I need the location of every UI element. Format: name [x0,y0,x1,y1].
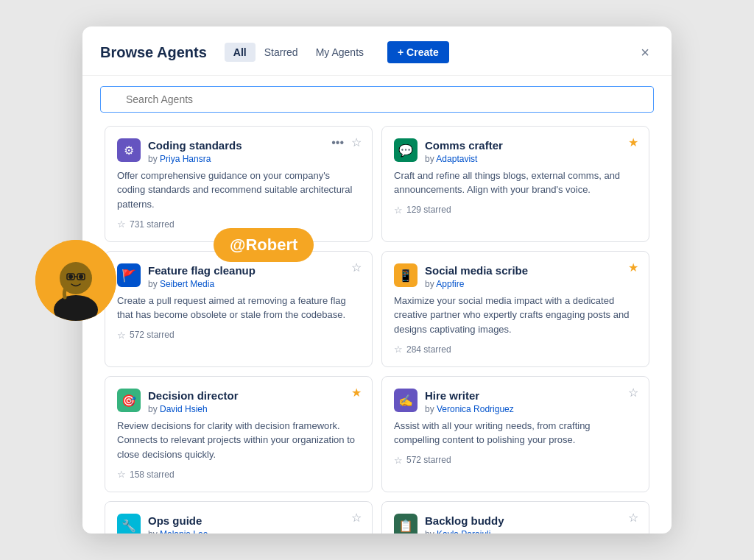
close-button[interactable]: × [636,43,654,61]
star-button-backlog-buddy[interactable]: ☆ [627,511,640,525]
agent-name: Backlog buddy [425,514,637,528]
agent-by: by Melanie Lee [148,529,360,534]
agent-icon-social-media-scribe: 📱 [394,263,417,287]
agent-card-decision-director[interactable]: 🎯 Decision director by David Hsieh ★ Rev… [105,376,373,492]
agent-card-header: 📋 Backlog buddy by Kayla Parajuli ☆ [394,514,637,534]
agent-author-link[interactable]: Adaptavist [436,154,477,164]
agent-info: Decision director by David Hsieh [148,389,360,414]
star-button-decision-director[interactable]: ★ [350,386,363,400]
agent-icon-backlog-buddy: 📋 [394,514,417,534]
agent-author-link[interactable]: Priya Hansra [160,154,211,164]
agents-grid: ⚙ Coding standards by Priya Hansra ••• ☆… [82,121,672,534]
star-count-label: 284 starred [406,344,451,355]
agent-author-link[interactable]: Melanie Lee [160,529,208,534]
agent-name: Ops guide [148,514,360,528]
agent-description: Craft and refine all things blogs, exter… [394,169,637,197]
star-button-ops-guide[interactable]: ☆ [350,511,363,525]
star-button-hire-writer[interactable]: ☆ [627,386,640,400]
star-count-label: 129 starred [406,205,451,215]
agent-name: Social media scribe [425,263,637,278]
agent-card-comms-crafter[interactable]: 💬 Comms crafter by Adaptavist ★ Craft an… [381,126,649,242]
agent-name: Decision director [148,389,360,403]
agent-card-backlog-buddy[interactable]: 📋 Backlog buddy by Kayla Parajuli ☆ Stre… [381,501,649,534]
star-button-coding-standards[interactable]: ☆ [350,135,363,150]
browse-agents-modal: Browse Agents All Starred My Agents + Cr… [82,26,672,534]
star-count-label: 572 starred [130,330,175,340]
star-count-label: 158 starred [130,469,175,480]
agent-actions: ☆ [350,511,363,525]
agent-by: by David Hsieh [148,404,360,414]
star-button-comms-crafter[interactable]: ★ [627,135,640,150]
agent-actions: ★ [350,386,363,400]
agent-info: Social media scribe by Appfire [425,263,637,289]
agent-star-count: ☆ 158 starred [117,469,360,480]
search-container: 🔍 [82,76,672,121]
svg-point-3 [68,274,73,279]
at-robert-badge: @Robert [214,228,314,262]
agent-star-count: ☆ 572 starred [394,455,637,466]
agent-author-link[interactable]: Appfire [436,279,464,289]
agent-card-coding-standards[interactable]: ⚙ Coding standards by Priya Hansra ••• ☆… [105,126,373,242]
agent-card-header: 💬 Comms crafter by Adaptavist ★ [394,138,637,164]
star-icon: ☆ [117,219,126,230]
agent-icon-comms-crafter: 💬 [394,138,417,162]
agent-author-link[interactable]: Kayla Parajuli [437,529,490,534]
search-wrapper: 🔍 [100,86,654,113]
agent-card-header: 📱 Social media scribe by Appfire ★ [394,263,637,289]
agent-actions: ☆ [627,386,640,400]
more-options-button[interactable]: ••• [328,135,347,150]
agent-icon-ops-guide: 🔧 [117,514,141,534]
agent-author-link[interactable]: Veronica Rodriguez [437,404,514,414]
agent-card-header: 🔧 Ops guide by Melanie Lee ☆ [117,514,360,534]
agent-description: Review decisions for clarity with decisi… [117,419,360,462]
agent-info: Comms crafter by Adaptavist [425,138,637,164]
agent-by: by Kayla Parajuli [425,529,637,534]
agent-by: by Appfire [425,279,637,289]
agent-description: Offer comprehensive guidance on your com… [117,169,360,212]
agent-card-header: 🎯 Decision director by David Hsieh ★ [117,389,360,414]
star-icon: ☆ [394,455,403,466]
agent-info: Backlog buddy by Kayla Parajuli [425,514,637,534]
tab-my-agents[interactable]: My Agents [307,43,373,62]
tab-starred[interactable]: Starred [256,43,307,62]
agent-by: by Priya Hansra [148,154,360,164]
agent-star-count: ☆ 572 starred [117,330,360,341]
agent-card-hire-writer[interactable]: ✍ Hire writer by Veronica Rodriguez ☆ As… [381,376,649,492]
agent-card-header: ✍ Hire writer by Veronica Rodriguez ☆ [394,389,637,414]
agent-icon-decision-director: 🎯 [117,389,141,412]
agent-actions: ☆ [350,260,363,275]
star-count-label: 731 starred [130,219,175,230]
agent-by: by Veronica Rodriguez [425,404,637,414]
agent-author-link[interactable]: Seibert Media [160,279,214,289]
agent-actions: ★ [627,135,640,150]
agent-description: Maximize your social media impact with a… [394,294,637,337]
agent-actions: ••• ☆ [328,135,363,150]
search-input[interactable] [100,86,654,113]
agent-actions: ★ [627,260,640,275]
tab-all[interactable]: All [225,43,256,62]
agent-info: Hire writer by Veronica Rodriguez [425,389,637,414]
star-icon: ☆ [117,469,126,480]
agent-info: Feature flag cleanup by Seibert Media [148,263,360,289]
agent-icon-feature-flag-cleanup: 🚩 [117,263,141,287]
create-button[interactable]: + Create [387,41,449,63]
agent-card-header: ⚙ Coding standards by Priya Hansra ••• ☆ [117,138,360,164]
user-avatar [35,240,116,321]
svg-point-4 [79,274,83,279]
tab-group: All Starred My Agents [225,43,373,62]
agent-card-feature-flag-cleanup[interactable]: 🚩 Feature flag cleanup by Seibert Media … [105,251,373,367]
agent-card-social-media-scribe[interactable]: 📱 Social media scribe by Appfire ★ Maxim… [381,251,649,367]
agent-star-count: ☆ 284 starred [394,344,637,355]
agent-icon-coding-standards: ⚙ [117,138,141,162]
star-icon: ☆ [394,344,403,355]
agent-author-link[interactable]: David Hsieh [160,404,208,414]
agent-name: Comms crafter [425,138,637,153]
agent-card-ops-guide[interactable]: 🔧 Ops guide by Melanie Lee ☆ Reduce your… [105,501,373,534]
agent-description: Create a pull request aimed at removing … [117,294,360,322]
star-button-feature-flag-cleanup[interactable]: ☆ [350,260,363,275]
modal-title: Browse Agents [100,44,207,61]
agent-info: Ops guide by Melanie Lee [148,514,360,534]
agent-by: by Seibert Media [148,279,360,289]
agent-actions: ☆ [627,511,640,525]
star-button-social-media-scribe[interactable]: ★ [627,260,640,275]
